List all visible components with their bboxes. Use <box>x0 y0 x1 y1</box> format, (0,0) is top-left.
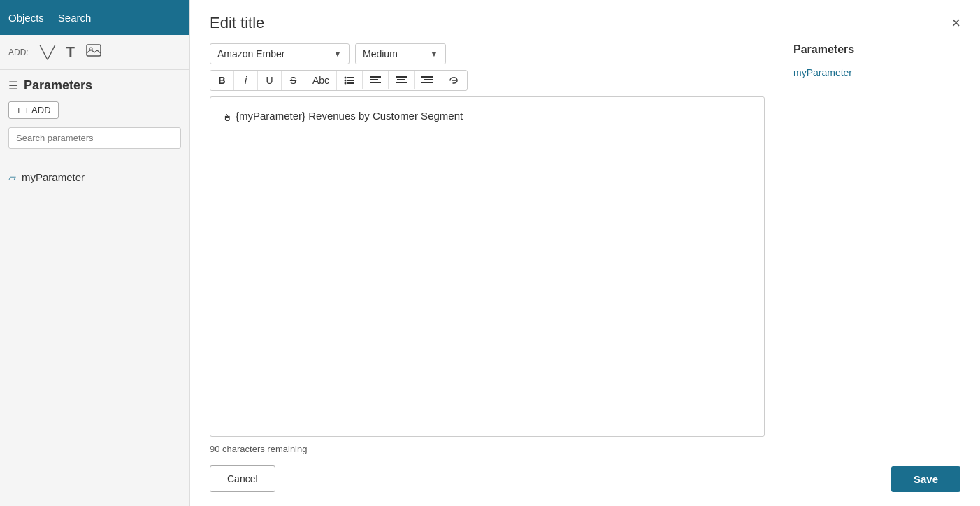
add-label: ADD: <box>8 48 29 57</box>
font-size-value: Medium <box>363 48 398 59</box>
svg-point-2 <box>345 77 347 79</box>
parameters-header: ☰ Parameters <box>8 78 181 93</box>
link-icon <box>447 75 460 85</box>
svg-rect-10 <box>370 82 381 83</box>
text-cursor-icon: 🖱 <box>222 110 234 124</box>
parameters-title: Parameters <box>24 78 92 93</box>
text-icon[interactable]: T <box>66 44 75 60</box>
link-button[interactable] <box>440 71 467 89</box>
modal-body: Amazon Ember ▼ Medium ▼ B i U S Abc <box>190 43 980 454</box>
editor-text: 🖱{myParameter} Revenues by Customer Segm… <box>222 108 753 124</box>
font-size-select[interactable]: Medium ▼ <box>355 43 446 64</box>
strikethrough-button[interactable]: S <box>282 71 305 90</box>
svg-rect-0 <box>87 45 101 56</box>
panel-param-link[interactable]: myParameter <box>793 67 960 78</box>
editor-plain-text: Revenues by Customer Segment <box>305 110 463 122</box>
sidebar-nav-objects[interactable]: Objects <box>8 12 44 24</box>
svg-rect-7 <box>347 82 354 84</box>
align-right-icon <box>421 75 433 85</box>
modal-footer: Cancel Save <box>190 454 980 506</box>
format-toolbar-row: B i U S Abc <box>210 70 765 91</box>
align-left-icon <box>370 75 381 85</box>
image-icon[interactable] <box>86 44 101 60</box>
italic-button[interactable]: i <box>234 71 258 90</box>
align-right-button[interactable] <box>415 71 440 89</box>
add-button-label: + ADD <box>24 105 51 115</box>
sidebar: Objects Search ADD: ╲╱ T ☰ Parameters + … <box>0 0 190 506</box>
svg-rect-11 <box>396 76 407 78</box>
plus-icon: + <box>16 105 22 115</box>
char-count: 90 characters remaining <box>210 444 765 454</box>
font-chevron-icon: ▼ <box>333 49 342 59</box>
align-center-icon <box>396 75 407 85</box>
font-family-select[interactable]: Amazon Ember ▼ <box>210 43 350 64</box>
sidebar-topbar: Objects Search <box>0 0 189 35</box>
abc-button[interactable]: Abc <box>305 71 337 90</box>
align-left-button[interactable] <box>363 71 389 89</box>
svg-rect-15 <box>424 79 433 80</box>
format-toolbar: B i U S Abc <box>210 70 468 91</box>
modal-header: Edit title × <box>190 0 980 43</box>
underline-button[interactable]: U <box>258 71 282 90</box>
editor-area: Amazon Ember ▼ Medium ▼ B i U S Abc <box>210 43 765 454</box>
bullet-list-button[interactable] <box>337 71 363 89</box>
svg-rect-5 <box>347 80 354 81</box>
svg-rect-8 <box>370 76 381 78</box>
svg-rect-13 <box>396 82 407 83</box>
param-list-item[interactable]: ▱ myParameter <box>8 168 181 186</box>
sidebar-toolbar: ADD: ╲╱ T <box>0 35 189 70</box>
svg-rect-12 <box>397 79 405 80</box>
param-shape-icon: ▱ <box>8 172 16 183</box>
param-token: {myParameter} <box>236 110 305 122</box>
bullet-list-icon <box>344 75 355 85</box>
search-params-input[interactable] <box>8 127 181 149</box>
sidebar-nav-search[interactable]: Search <box>58 12 92 24</box>
svg-rect-3 <box>347 77 354 78</box>
svg-rect-16 <box>421 82 433 83</box>
svg-rect-9 <box>370 79 378 80</box>
param-name-label: myParameter <box>22 171 85 183</box>
modal-title: Edit title <box>210 14 264 32</box>
close-button[interactable]: × <box>951 15 960 31</box>
svg-point-6 <box>345 82 347 85</box>
bold-button[interactable]: B <box>210 71 234 90</box>
parameters-panel: Parameters myParameter <box>779 43 960 454</box>
svg-point-4 <box>345 80 347 82</box>
size-chevron-icon: ▼ <box>430 49 438 59</box>
font-family-value: Amazon Ember <box>217 48 284 59</box>
trend-icon[interactable]: ╲╱ <box>40 45 55 60</box>
parameters-grid-icon: ☰ <box>8 79 18 92</box>
svg-rect-14 <box>421 76 433 78</box>
align-center-button[interactable] <box>389 71 415 89</box>
editor-content-area[interactable]: 🖱{myParameter} Revenues by Customer Segm… <box>210 96 765 437</box>
panel-title: Parameters <box>793 43 960 56</box>
sidebar-content: ☰ Parameters + + ADD ▱ myParameter <box>0 70 189 194</box>
save-button[interactable]: Save <box>891 466 960 492</box>
edit-title-modal: Edit title × Amazon Ember ▼ Medium ▼ B i <box>190 0 980 506</box>
font-toolbar-row: Amazon Ember ▼ Medium ▼ <box>210 43 765 64</box>
cancel-button[interactable]: Cancel <box>210 465 275 492</box>
add-parameter-button[interactable]: + + ADD <box>8 101 59 119</box>
